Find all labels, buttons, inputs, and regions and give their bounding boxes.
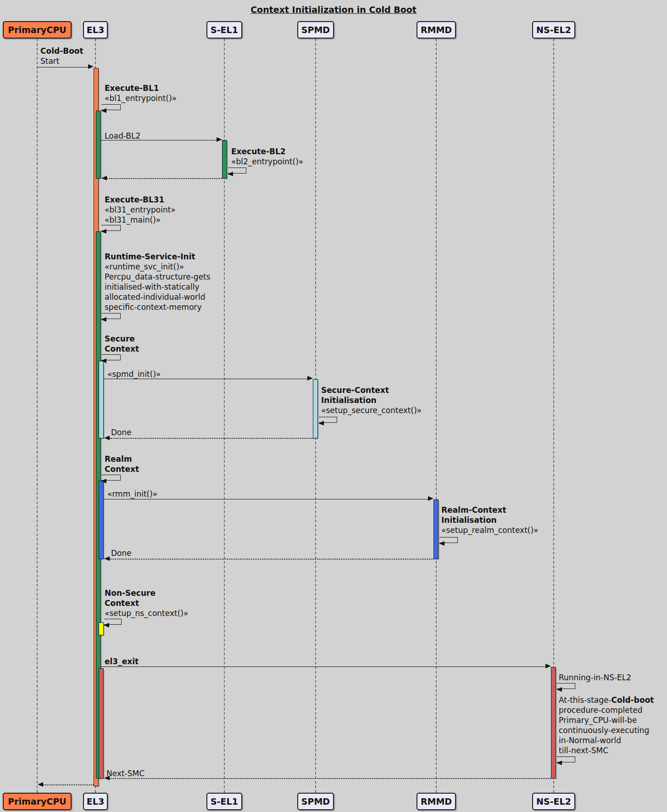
self-message-loop-ns-context — [104, 619, 122, 625]
self-message-loop-cold-boot-complete — [557, 756, 575, 762]
self-message-loop-realm-context-init — [439, 537, 458, 543]
arrowhead-left-icon — [101, 176, 107, 180]
message-label-done-rmmd: Done — [111, 548, 132, 558]
message-line: continuously-executing — [559, 725, 654, 735]
arrowhead-left-icon — [318, 421, 324, 426]
message-arrow-done-rmmd — [110, 559, 434, 560]
message-arrow-return-primarycpu — [43, 784, 94, 785]
message-line: Cold-Boot — [40, 46, 83, 56]
diagram-title: Context Initialization in Cold Boot — [0, 5, 667, 15]
participant-ns-el2-bottom: NS-EL2 — [532, 793, 575, 810]
activation-rmmd-realm — [434, 499, 439, 559]
message-label-realm-context-init: Realm-Context Initialisation «setup_real… — [441, 505, 538, 535]
arrowhead-left-icon — [101, 229, 106, 234]
message-line: Execute-BL2 — [231, 146, 303, 157]
arrowhead-left-icon — [101, 479, 106, 483]
message-label-load-bl2: Load-BL2 — [105, 131, 140, 141]
activation-spmd-secure — [313, 379, 318, 438]
arrowhead-right-icon — [307, 376, 313, 381]
message-line: Secure-Context — [321, 385, 422, 395]
message-arrow-done-spmd — [110, 438, 313, 439]
activation-el3-nonsecure — [99, 622, 104, 635]
arrowhead-right-icon — [88, 64, 94, 69]
arrowhead-left-icon — [101, 108, 106, 113]
self-message-loop-realm-context — [101, 475, 121, 481]
message-arrow-return-bl2 — [107, 178, 222, 179]
activation-el3-secure — [99, 361, 104, 438]
participant-rmmd-bottom: RMMD — [417, 793, 456, 810]
participant-el3-bottom: EL3 — [83, 793, 108, 810]
message-line: «runtime_svc_init()» — [105, 262, 211, 272]
message-arrow-el3-exit — [101, 666, 545, 667]
self-message-loop-runtime-service-init — [101, 313, 121, 319]
self-message-loop-secure-context-init — [319, 417, 337, 423]
message-line: «bl31_entrypoint» — [105, 205, 176, 215]
message-arrow-rmm-init — [104, 499, 428, 499]
message-arrow-next-smc — [110, 778, 551, 779]
participant-s-el1-bottom: S-EL1 — [206, 793, 242, 810]
message-line: Context — [105, 464, 139, 474]
activation-el3-exit — [99, 668, 104, 778]
message-line: Initialisation — [441, 515, 538, 525]
message-line: Realm — [105, 454, 139, 464]
message-label-spmd-init: «spmd_init()» — [107, 369, 161, 379]
arrowhead-right-icon — [545, 664, 551, 668]
participant-primarycpu-top: PrimaryCPU — [3, 21, 72, 39]
message-label-secure-context-init: Secure-Context Initialisation «setup_sec… — [321, 385, 422, 415]
message-line: At-this-stage-Cold-boot — [559, 695, 654, 705]
message-line: «setup_ns_context()» — [105, 608, 188, 618]
participant-primarycpu-bottom: PrimaryCPU — [3, 793, 72, 810]
message-line: initialised-with-statically — [105, 282, 211, 292]
message-arrow-cold-boot — [37, 67, 88, 67]
message-line: procedure-completed — [559, 705, 654, 715]
message-label-cold-boot-complete: At-this-stage-Cold-boot procedure-comple… — [559, 695, 654, 756]
message-arrow-load-bl2 — [101, 140, 217, 140]
activation-ns-el2-running — [551, 667, 556, 778]
message-line: Primary_CPU-will-be — [559, 715, 654, 725]
message-line: allocated-individual-world — [105, 292, 211, 302]
activation-el3-realm — [99, 481, 104, 559]
lifeline-primarycpu — [37, 39, 38, 793]
message-arrow-spmd-init — [104, 379, 307, 379]
message-line: Start — [40, 56, 83, 66]
arrowhead-left-icon — [104, 556, 110, 561]
message-label-ns-context: Non-Secure Context «setup_ns_context()» — [105, 588, 188, 618]
arrowhead-right-icon — [428, 496, 434, 501]
message-label-realm-context: Realm Context — [105, 454, 139, 474]
sequence-diagram: Context Initialization in Cold Boot Prim… — [0, 0, 667, 812]
arrowhead-left-icon — [38, 782, 43, 787]
message-line: «setup_realm_context()» — [441, 525, 538, 535]
lifeline-rmmd — [436, 39, 437, 793]
arrowhead-left-icon — [101, 317, 106, 322]
message-label-running-ns-el2: Running-in-NS-EL2 — [559, 672, 631, 683]
message-label-execute-bl2: Execute-BL2 «bl2_entrypoint()» — [231, 146, 303, 167]
message-line: Realm-Context — [441, 505, 538, 515]
message-line: «bl2_entrypoint()» — [231, 157, 303, 167]
self-message-loop-running-ns-el2 — [557, 683, 575, 689]
message-line: Execute-BL31 — [105, 195, 176, 205]
message-line: in-Normal-world — [559, 735, 654, 745]
arrowhead-left-icon — [556, 761, 562, 765]
message-label-cold-boot: Cold-Boot Start — [40, 46, 83, 66]
arrowhead-right-icon — [217, 137, 222, 142]
activation-el3-bl1 — [96, 111, 101, 179]
arrowhead-left-icon — [104, 436, 110, 440]
message-line: specific-context-memory — [105, 302, 211, 312]
arrowhead-left-icon — [556, 687, 562, 692]
message-line: Execute-BL1 — [105, 83, 177, 93]
participant-s-el1-top: S-EL1 — [206, 21, 242, 39]
arrowhead-left-icon — [101, 358, 106, 363]
arrowhead-left-icon — [104, 776, 110, 780]
message-line: «bl1_entrypoint()» — [105, 93, 177, 103]
message-label-runtime-service-init: Runtime-Service-Init «runtime_svc_init()… — [105, 252, 211, 312]
message-line: Initialisation — [321, 395, 422, 405]
message-line: Context — [105, 598, 188, 608]
message-label-execute-bl31: Execute-BL31 «bl31_entrypoint» «bl31_mai… — [105, 195, 176, 225]
participant-ns-el2-top: NS-EL2 — [532, 21, 575, 39]
participant-spmd-top: SPMD — [297, 21, 334, 39]
participant-rmmd-top: RMMD — [417, 21, 456, 39]
message-label-el3-exit: el3_exit — [105, 656, 139, 666]
activation-s-el1-bl2 — [222, 140, 227, 179]
self-message-loop-execute-bl1 — [101, 104, 121, 110]
message-line: Non-Secure — [105, 588, 188, 598]
